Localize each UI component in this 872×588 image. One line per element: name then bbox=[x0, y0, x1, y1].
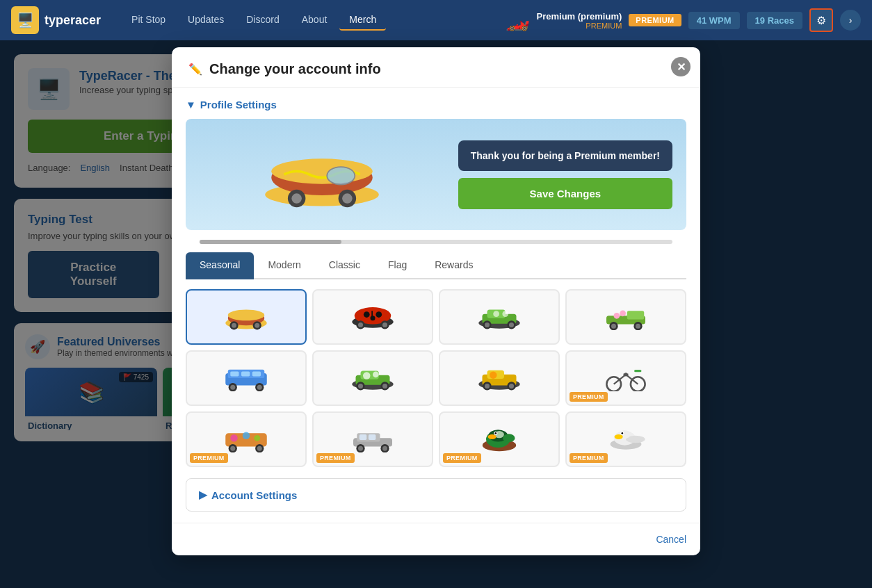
tab-modern[interactable]: Modern bbox=[254, 252, 314, 279]
premium-tag-seagull: PREMIUM bbox=[570, 453, 608, 463]
nav-pit-stop[interactable]: Pit Stop bbox=[122, 10, 175, 31]
car-selection-grid: PREMIUM PREMIUM bbox=[186, 289, 686, 467]
tab-classic[interactable]: Classic bbox=[315, 252, 374, 279]
nav-merch[interactable]: Merch bbox=[339, 10, 386, 31]
car-hippie-bus[interactable]: PREMIUM bbox=[186, 411, 307, 467]
header-right: 🏎️ Premium (premium) PREMIUM PREMIUM 41 … bbox=[506, 8, 862, 32]
svg-point-51 bbox=[257, 385, 262, 390]
svg-line-72 bbox=[626, 375, 638, 384]
tab-rewards[interactable]: Rewards bbox=[421, 252, 487, 279]
username: Premium (premium) bbox=[537, 11, 622, 22]
premium-tag-bicycle: PREMIUM bbox=[570, 392, 608, 402]
avatar-car: 🏎️ bbox=[506, 9, 530, 32]
svg-point-15 bbox=[255, 323, 259, 328]
nav-updates[interactable]: Updates bbox=[178, 10, 234, 31]
gear-button[interactable]: ⚙ bbox=[809, 8, 833, 32]
svg-point-42 bbox=[636, 324, 640, 329]
svg-rect-46 bbox=[241, 371, 250, 376]
modal-title-icon: ✏️ bbox=[188, 63, 202, 76]
account-triangle: ▶ bbox=[199, 489, 207, 501]
svg-point-58 bbox=[358, 384, 363, 389]
car-hotdog[interactable] bbox=[186, 289, 307, 345]
svg-point-105 bbox=[622, 432, 624, 434]
profile-settings-label: Profile Settings bbox=[200, 99, 277, 111]
nav-discord[interactable]: Discord bbox=[236, 10, 289, 31]
svg-point-40 bbox=[611, 324, 616, 329]
car-ladybug[interactable] bbox=[312, 289, 433, 345]
logo-icon: 🖥️ bbox=[11, 6, 39, 34]
svg-point-19 bbox=[376, 311, 382, 318]
main-content: 🖥️ TypeRacer - The Global Typi... Increa… bbox=[0, 40, 872, 588]
car-category-tabs: Seasonal Modern Classic Flag Rewards bbox=[186, 252, 686, 279]
premium-tag-hippie: PREMIUM bbox=[190, 453, 228, 463]
cancel-button[interactable]: Cancel bbox=[656, 534, 686, 545]
svg-point-6 bbox=[291, 193, 302, 204]
svg-point-30 bbox=[502, 311, 508, 317]
premium-badge: PREMIUM bbox=[629, 14, 681, 26]
svg-point-11 bbox=[228, 310, 265, 321]
svg-point-95 bbox=[503, 434, 515, 442]
svg-point-55 bbox=[363, 372, 371, 379]
svg-point-77 bbox=[230, 434, 238, 442]
car-cherry-blossom-truck[interactable] bbox=[565, 289, 686, 345]
car-scrollbar[interactable] bbox=[200, 240, 672, 244]
modal-body: ▼ Profile Settings bbox=[172, 88, 700, 523]
header: 🖥️ typeracer Pit Stop Updates Discord Ab… bbox=[0, 0, 872, 40]
svg-point-64 bbox=[490, 371, 497, 379]
nav-arrow-button[interactable]: › bbox=[840, 10, 861, 31]
svg-point-68 bbox=[509, 384, 514, 389]
nav-links: Pit Stop Updates Discord About Merch bbox=[122, 10, 386, 31]
svg-point-32 bbox=[485, 322, 490, 327]
user-tier: PREMIUM bbox=[537, 22, 622, 30]
races-badge: 19 Races bbox=[747, 12, 802, 29]
svg-point-38 bbox=[620, 310, 626, 316]
svg-point-78 bbox=[243, 432, 250, 440]
hotdog-car-preview bbox=[252, 140, 391, 209]
account-modal: ✏️ Change your account info ✕ ▼ Profile … bbox=[172, 47, 700, 555]
logo-text[interactable]: typeracer bbox=[45, 13, 101, 28]
tab-flag[interactable]: Flag bbox=[374, 252, 421, 279]
profile-settings-toggle[interactable]: ▼ Profile Settings bbox=[186, 99, 686, 111]
svg-point-89 bbox=[358, 446, 363, 451]
car-daisy[interactable] bbox=[312, 350, 433, 406]
modal-close-button[interactable]: ✕ bbox=[671, 57, 691, 76]
save-changes-button[interactable]: Save Changes bbox=[458, 178, 672, 209]
car-yellow-flower[interactable] bbox=[439, 350, 560, 406]
preview-actions: Thank you for being a Premium member! Sa… bbox=[458, 133, 672, 216]
svg-point-23 bbox=[358, 322, 363, 327]
svg-point-60 bbox=[382, 384, 387, 389]
svg-point-56 bbox=[373, 371, 379, 377]
account-settings-label: Account Settings bbox=[211, 489, 297, 501]
svg-point-25 bbox=[382, 322, 387, 327]
logo-area: 🖥️ typeracer bbox=[11, 6, 101, 34]
car-gray[interactable]: PREMIUM bbox=[312, 411, 433, 467]
svg-rect-21 bbox=[371, 311, 373, 319]
wpm-badge: 41 WPM bbox=[688, 12, 740, 29]
car-flower-green[interactable] bbox=[439, 289, 560, 345]
svg-point-98 bbox=[495, 432, 497, 434]
svg-point-13 bbox=[232, 323, 236, 328]
svg-point-2 bbox=[271, 158, 372, 183]
svg-point-91 bbox=[382, 446, 387, 451]
account-settings-toggle[interactable]: ▶ Account Settings bbox=[199, 489, 673, 501]
svg-point-37 bbox=[614, 313, 620, 319]
svg-rect-75 bbox=[634, 370, 641, 372]
modal-title: Change your account info bbox=[209, 61, 381, 77]
svg-point-74 bbox=[624, 373, 627, 376]
modal-overlay[interactable]: ✏️ Change your account info ✕ ▼ Profile … bbox=[0, 40, 872, 588]
svg-line-71 bbox=[614, 375, 626, 384]
svg-point-49 bbox=[230, 385, 235, 390]
tab-seasonal[interactable]: Seasonal bbox=[186, 252, 254, 279]
account-settings-section[interactable]: ▶ Account Settings bbox=[186, 478, 686, 512]
car-blue-bus[interactable] bbox=[186, 350, 307, 406]
svg-point-29 bbox=[493, 311, 499, 317]
car-duck[interactable]: PREMIUM bbox=[439, 411, 560, 467]
profile-preview-area: Thank you for being a Premium member! Sa… bbox=[186, 119, 686, 230]
svg-point-66 bbox=[485, 384, 490, 389]
car-seagull[interactable]: PREMIUM bbox=[565, 411, 686, 467]
modal-header: ✏️ Change your account info ✕ bbox=[172, 47, 700, 88]
nav-about[interactable]: About bbox=[292, 10, 337, 31]
car-bicycle[interactable]: PREMIUM bbox=[565, 350, 686, 406]
svg-point-34 bbox=[509, 322, 514, 327]
svg-rect-47 bbox=[252, 371, 261, 376]
